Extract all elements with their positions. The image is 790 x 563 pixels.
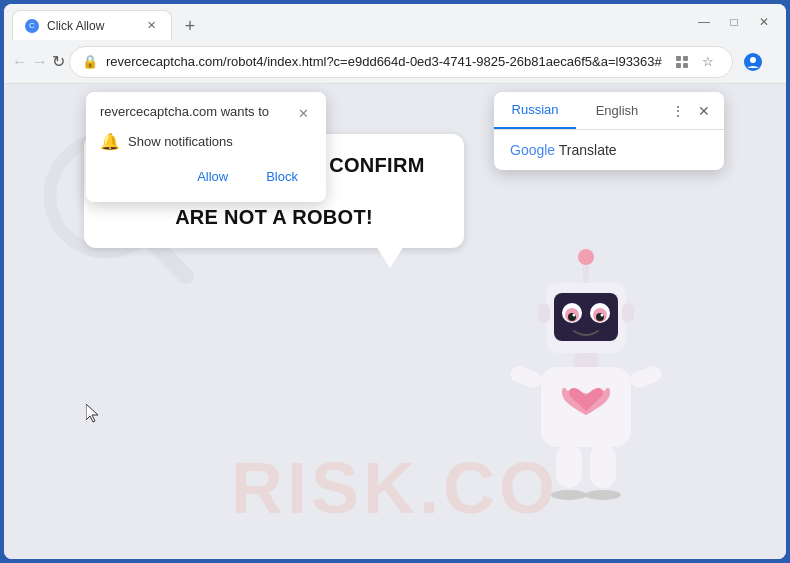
- mouse-cursor: [86, 404, 102, 428]
- lock-icon: 🔒: [82, 54, 98, 69]
- tab-russian[interactable]: Russian: [494, 92, 576, 129]
- svg-point-8: [578, 249, 594, 265]
- notif-actions: Allow Block: [100, 163, 312, 190]
- extensions-icon[interactable]: [670, 50, 694, 74]
- tab-close-btn[interactable]: ✕: [143, 18, 159, 34]
- svg-rect-20: [538, 303, 550, 323]
- notif-title: revercecaptcha.com wants to: [100, 104, 269, 119]
- address-text: revercecaptcha.com/robot4/index.html?c=e…: [106, 54, 662, 69]
- nav-bar: ← → ↻ 🔒 revercecaptcha.com/robot4/index.…: [4, 40, 786, 84]
- tab-title: Click Allow: [47, 19, 104, 33]
- google-text: Google: [510, 142, 555, 158]
- translate-item: Google Translate: [510, 142, 708, 158]
- translate-body: Google Translate: [494, 130, 724, 170]
- new-tab-button[interactable]: +: [176, 12, 204, 40]
- translate-popup: Russian English ⋮ ✕ Google Translate: [494, 92, 724, 170]
- robot-character: [486, 239, 686, 539]
- tab-favicon: C: [25, 19, 39, 33]
- svg-point-29: [585, 490, 621, 500]
- translate-header: Russian English ⋮ ✕: [494, 92, 724, 130]
- translate-more-icon[interactable]: ⋮: [666, 99, 690, 123]
- svg-rect-0: [676, 56, 681, 61]
- translate-header-right: ⋮ ✕: [658, 99, 724, 123]
- svg-rect-22: [574, 353, 598, 369]
- svg-rect-2: [676, 63, 681, 68]
- notif-close-button[interactable]: ✕: [294, 104, 312, 122]
- back-button[interactable]: ←: [12, 46, 28, 78]
- browser-tab[interactable]: C Click Allow ✕: [12, 10, 172, 40]
- address-bar[interactable]: 🔒 revercecaptcha.com/robot4/index.html?c…: [69, 46, 733, 78]
- svg-rect-26: [556, 444, 582, 488]
- minimize-button[interactable]: —: [690, 8, 718, 36]
- svg-rect-27: [590, 444, 616, 488]
- translate-close-icon[interactable]: ✕: [692, 99, 716, 123]
- notif-row: 🔔 Show notifications: [100, 132, 312, 151]
- window-controls: — □ ✕: [690, 8, 778, 36]
- forward-button[interactable]: →: [32, 46, 48, 78]
- address-right: ☆: [670, 50, 720, 74]
- profile-button[interactable]: [737, 46, 769, 78]
- svg-rect-9: [583, 265, 589, 285]
- tab-area: C Click Allow ✕ +: [12, 4, 682, 40]
- maximize-button[interactable]: □: [720, 8, 748, 36]
- tab-english[interactable]: English: [576, 93, 658, 128]
- close-button[interactable]: ✕: [750, 8, 778, 36]
- page-content: RISK.CO CLICK «ALLOW» TO CONFIRM THAT YO…: [4, 84, 786, 559]
- notif-header: revercecaptcha.com wants to ✕: [100, 104, 312, 122]
- svg-point-28: [551, 490, 587, 500]
- svg-point-18: [573, 314, 576, 317]
- block-button[interactable]: Block: [252, 163, 312, 190]
- bookmark-star-icon[interactable]: ☆: [696, 50, 720, 74]
- more-menu-button[interactable]: ⋮: [771, 46, 786, 78]
- svg-point-19: [601, 314, 604, 317]
- notification-popup: revercecaptcha.com wants to ✕ 🔔 Show not…: [86, 92, 326, 202]
- svg-rect-25: [628, 364, 664, 390]
- allow-button[interactable]: Allow: [183, 163, 242, 190]
- svg-rect-3: [683, 63, 688, 68]
- translate-text: Translate: [559, 142, 617, 158]
- notif-label: Show notifications: [128, 134, 233, 149]
- svg-rect-24: [508, 364, 544, 390]
- svg-rect-21: [622, 303, 634, 323]
- bell-icon: 🔔: [100, 132, 120, 151]
- nav-right-icons: ⋮: [737, 46, 786, 78]
- svg-rect-1: [683, 56, 688, 61]
- svg-point-5: [750, 57, 756, 63]
- title-bar: C Click Allow ✕ + — □ ✕: [4, 4, 786, 40]
- reload-button[interactable]: ↻: [52, 46, 65, 78]
- browser-window: C Click Allow ✕ + — □ ✕ ← → ↻ 🔒 revercec…: [4, 4, 786, 559]
